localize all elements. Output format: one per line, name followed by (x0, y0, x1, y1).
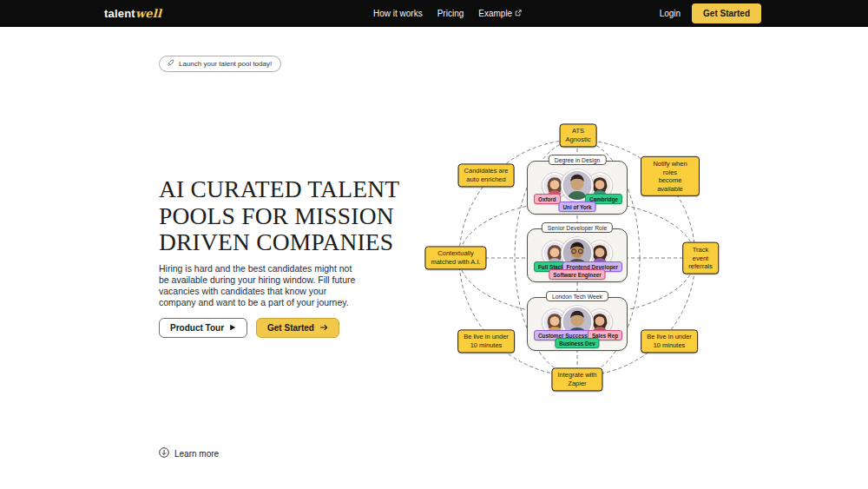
landing-page: talentwell How it works Pricing Example … (0, 0, 868, 489)
navbar: talentwell How it works Pricing Example … (0, 0, 868, 27)
nav-right: Login Get Started (660, 0, 761, 27)
logo[interactable]: talentwell (104, 0, 161, 27)
feature-label-live-fast-right[interactable]: Be live in under 10 minutes (641, 329, 698, 353)
feature-label-ai-matched[interactable]: Contextually matched with A.I. (424, 246, 486, 269)
login-link[interactable]: Login (660, 9, 681, 18)
logo-text-well: well (135, 7, 161, 20)
learn-more-link[interactable]: Learn more (159, 447, 219, 459)
hero-description: Hiring is hard and the best candidates m… (159, 263, 357, 308)
cta-row: Product Tour Get Started (159, 318, 339, 338)
candidate-tag[interactable]: Uni of York (558, 202, 595, 212)
nav-get-started-button[interactable]: Get Started (692, 3, 761, 23)
product-tour-button[interactable]: Product Tour (159, 318, 247, 338)
learn-more-label: Learn more (174, 449, 219, 459)
page-title: AI CURATED TALENT POOLS FOR MISSION DRIV… (159, 176, 399, 256)
talent-pool-card-senior-developer[interactable]: Senior Developer Role Full Stack Dev Fro… (527, 228, 628, 282)
arrow-down-circle-icon (159, 447, 169, 459)
logo-text-talent: talent (104, 7, 135, 20)
talent-pool-card-degree-in-design[interactable]: Degree in Design Oxford Cambridge Uni of… (527, 161, 628, 215)
external-link-icon (515, 9, 522, 18)
card-header: London Tech Week (546, 291, 608, 301)
nav-link-example[interactable]: Example (478, 9, 522, 18)
hero-get-started-button[interactable]: Get Started (256, 318, 339, 338)
nav-links: How it works Pricing Example (373, 0, 522, 27)
arrow-right-icon (319, 323, 328, 333)
play-icon (229, 323, 236, 333)
talent-pool-card-london-tech-week[interactable]: London Tech Week Customer Success Sales … (527, 297, 628, 351)
candidate-tag[interactable]: Business Dev (555, 338, 599, 348)
feature-label-ats-agnostic[interactable]: ATS Agnostic (560, 123, 597, 147)
feature-label-auto-enriched[interactable]: Candidates are auto enriched (458, 163, 515, 187)
card-header: Senior Developer Role (542, 222, 613, 233)
title-line-1: AI CURATED TALENT (159, 176, 399, 203)
nav-link-pricing[interactable]: Pricing (437, 9, 464, 18)
feature-label-event-referrals[interactable]: Track event referrals (682, 242, 719, 274)
title-line-3: DRIVEN COMPANIES (159, 229, 399, 256)
title-line-2: POOLS FOR MISSION (159, 203, 399, 230)
feature-label-zapier[interactable]: Integrate with Zapier (551, 367, 602, 391)
candidate-tag[interactable]: Oxford (534, 194, 561, 204)
launch-badge-label: Launch your talent pool today! (179, 60, 272, 68)
feature-label-live-fast-left[interactable]: Be live in under 10 minutes (457, 329, 515, 353)
nav-link-how-it-works[interactable]: How it works (373, 9, 423, 18)
launch-badge[interactable]: Launch your talent pool today! (159, 56, 281, 72)
talent-pool-diagram: ATS Agnostic Candidates are auto enriche… (417, 117, 729, 400)
candidate-tag[interactable]: Software Engineer (549, 269, 605, 280)
feature-label-notify-roles[interactable]: Notify when roles become available (641, 156, 700, 196)
card-header: Degree in Design (549, 155, 607, 165)
rocket-icon (167, 59, 174, 69)
